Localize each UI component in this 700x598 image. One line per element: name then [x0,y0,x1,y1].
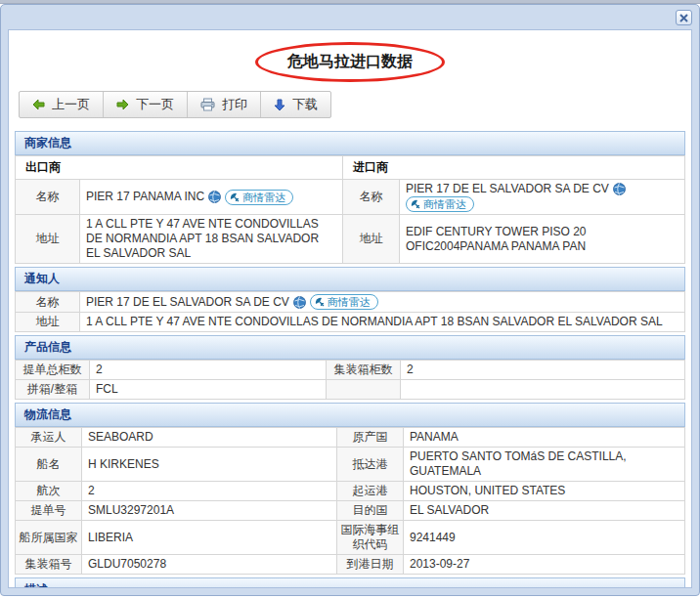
destination-country-label: 目的国 [337,501,404,521]
close-icon [679,14,688,22]
bl-total-containers-value: 2 [90,361,327,380]
notify-name-cell: PIER 17 DE EL SALVADOR SA DE CV 商情雷达 [80,292,685,313]
notify-table: 名称 PIER 17 DE EL SALVADOR SA DE CV [15,291,685,332]
table-row: 名称 PIER 17 PANAMA INC [16,180,685,215]
print-button[interactable]: 打印 [188,92,261,117]
badge-label: 商情雷达 [328,295,371,309]
table-row: 航次 2 起运港 HOUSTON, UNITED STATES [16,482,685,501]
exporter-address: 1 A CLL PTE Y 47 AVE NTE CONDOVILLAS DE … [80,215,343,264]
importer-name-cell: PIER 17 DE EL SALVADOR SA DE CV [400,180,685,215]
bl-number-label: 提单号 [16,501,82,521]
container-number-label: 集装箱号 [16,555,82,575]
voyage-label: 航次 [16,482,82,501]
notify-name-label: 名称 [16,292,80,313]
empty-value-cell [401,380,685,400]
destination-country-value: EL SALVADOR [404,501,685,521]
departure-port-value: HOUSTON, UNITED STATES [404,482,685,501]
table-row: 集装箱号 GLDU7050278 到港日期 2013-09-27 [16,555,685,575]
bl-total-containers-label: 提单总柜数 [16,361,90,380]
prev-page-label: 上一页 [52,96,90,113]
notify-address-label: 地址 [16,313,80,332]
notify-address: 1 A CLL PTE Y 47 AVE NTE CONDOVILLAS DE … [80,313,685,332]
globe-icon[interactable] [208,191,221,203]
table-row: 名称 PIER 17 DE EL SALVADOR SA DE CV [16,292,685,313]
imo-code-label: 国际海事组织代码 [337,521,404,555]
container-count-value: 2 [401,361,685,380]
lcl-fcl-label: 拼箱/整箱 [16,380,90,400]
section-header-logistics: 物流信息 [15,403,685,427]
table-row: 船所属国家 LIBERIA 国际海事组织代码 9241449 [16,521,685,555]
arrow-left-icon [32,99,45,110]
lcl-fcl-value: FCL [90,380,327,400]
arrival-date-value: 2013-09-27 [404,555,685,575]
importer-name: PIER 17 DE EL SALVADOR SA DE CV [406,182,609,196]
table-row: 提单号 SMLU3297201A 目的国 EL SALVADOR [16,501,685,521]
arrow-down-icon [274,99,285,111]
shangqing-radar-badge[interactable]: 商情雷达 [310,294,378,310]
importer-header: 进口商 [343,156,685,180]
title-row: 危地马拉进口数据 [15,42,685,82]
radar-icon [230,192,240,202]
origin-country-label: 原产国 [337,428,404,448]
radar-icon [411,199,420,209]
table-row: 船名 H KIRKENES 抵达港 PUERTO SANTO TOMáS DE … [16,448,685,482]
container-count-label: 集装箱柜数 [327,361,401,380]
globe-icon[interactable] [613,183,626,195]
section-header-notify: 通知人 [15,267,685,291]
exporter-address-label: 地址 [16,215,80,264]
globe-icon[interactable] [293,296,306,309]
notify-name: PIER 17 DE EL SALVADOR SA DE CV [86,295,289,310]
arrival-date-label: 到港日期 [337,555,404,575]
close-button[interactable] [676,10,692,25]
vessel-name-label: 船名 [16,448,82,482]
exporter-name: PIER 17 PANAMA INC [86,190,204,204]
badge-label: 商情雷达 [242,191,285,204]
section-header-merchant: 商家信息 [15,131,685,155]
merchant-table: 出口商 进口商 名称 PIER 17 PANAMA INC [15,155,685,264]
section-header-description: 描述 [15,577,685,588]
download-button[interactable]: 下载 [261,92,330,117]
arrival-port-value: PUERTO SANTO TOMáS DE CASTILLA, GUATEMAL… [404,448,685,482]
exporter-header: 出口商 [16,156,343,180]
carrier-value: SEABOARD [82,428,337,448]
table-row: 出口商 进口商 [16,156,685,180]
toolbar: 上一页 下一页 打印 下载 [19,91,331,118]
origin-country-value: PANAMA [404,428,685,448]
table-row: 提单总柜数 2 集装箱柜数 2 [16,361,685,380]
departure-port-label: 起运港 [337,482,404,501]
table-row: 地址 1 A CLL PTE Y 47 AVE NTE CONDOVILLAS … [16,215,685,264]
shangqing-radar-badge[interactable]: 商情雷达 [406,196,474,212]
arrow-right-icon [116,99,129,110]
importer-address-label: 地址 [343,215,400,264]
imo-code-value: 9241449 [404,521,685,555]
table-row: 地址 1 A CLL PTE Y 47 AVE NTE CONDOVILLAS … [16,313,685,332]
vessel-flag-value: LIBERIA [82,521,337,555]
section-header-product: 产品信息 [15,335,685,360]
shangqing-radar-badge[interactable]: 商情雷达 [225,190,293,205]
prev-page-button[interactable]: 上一页 [20,92,104,117]
importer-address: EDIF CENTURY TOWER PISO 20 OFIC2004PANAM… [400,215,685,264]
vessel-name-value: H KIRKENES [82,448,337,482]
carrier-label: 承运人 [16,428,82,448]
next-page-button[interactable]: 下一页 [104,92,188,117]
container-number-value: GLDU7050278 [82,555,337,575]
badge-label: 商情雷达 [423,197,466,211]
exporter-name-cell: PIER 17 PANAMA INC 商情雷达 [80,180,343,215]
dialog-content: 危地马拉进口数据 上一页 下一页 [8,29,692,588]
vessel-flag-label: 船所属国家 [16,521,82,555]
next-page-label: 下一页 [136,96,174,113]
table-row: 拼箱/整箱 FCL [16,380,685,400]
voyage-value: 2 [82,482,337,501]
table-row: 承运人 SEABOARD 原产国 PANAMA [16,428,685,448]
dialog-titlebar [1,5,699,29]
print-label: 打印 [222,96,247,113]
importer-name-label: 名称 [343,180,400,215]
empty-label-cell [327,380,401,400]
dialog-window: 危地马拉进口数据 上一页 下一页 [0,4,700,596]
radar-icon [315,297,325,307]
download-label: 下载 [292,96,318,113]
page-title: 危地马拉进口数据 [255,42,445,82]
bl-number-value: SMLU3297201A [82,501,337,521]
product-table: 提单总柜数 2 集装箱柜数 2 拼箱/整箱 FCL [15,360,685,400]
printer-icon [200,98,215,111]
